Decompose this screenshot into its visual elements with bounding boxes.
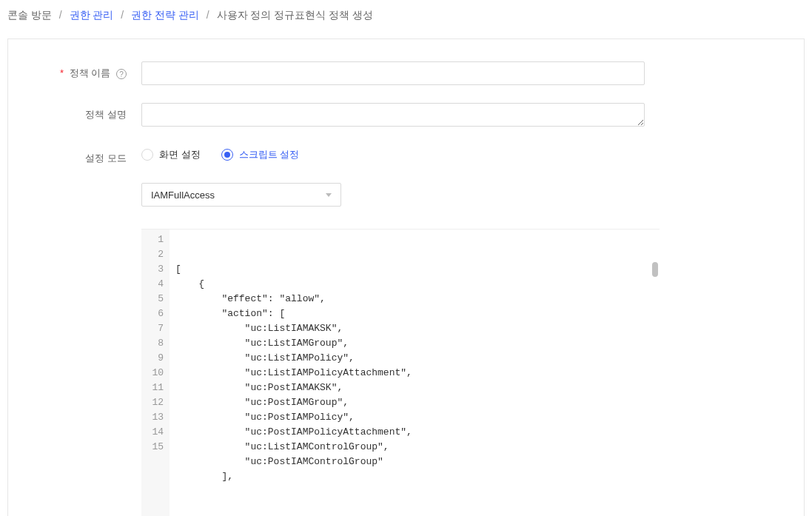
policy-desc-input[interactable] [141, 103, 645, 127]
code-line: "uc:PostIAMGroup", [175, 395, 654, 410]
mode-radio-group: 화면 설정 스크립트 설정 [141, 147, 645, 161]
code-line: "uc:ListIAMGroup", [175, 336, 654, 351]
code-line: "uc:ListIAMPolicyAttachment", [175, 366, 654, 381]
scrollbar[interactable] [652, 232, 658, 247]
code-line: [ [175, 262, 654, 277]
scrollbar-thumb[interactable] [652, 262, 658, 277]
line-number: 15 [150, 440, 164, 455]
required-indicator: * [60, 67, 64, 78]
line-number: 2 [150, 247, 164, 262]
mode-row: 설정 모드 화면 설정 스크립트 설정 [23, 147, 789, 165]
template-select[interactable]: IAMFullAccess [141, 183, 341, 207]
code-line: "uc:PostIAMPolicy", [175, 410, 654, 425]
breadcrumb-item-console: 콘솔 방문 [7, 9, 52, 21]
radio-visual-label: 화면 설정 [159, 148, 201, 161]
line-number: 7 [150, 321, 164, 336]
mode-label: 설정 모드 [23, 147, 141, 165]
breadcrumb-separator: / [207, 9, 209, 21]
code-line: "uc:PostIAMAKSK", [175, 381, 654, 395]
radio-circle-icon [141, 149, 153, 161]
line-number: 4 [150, 277, 164, 292]
policy-name-label: * 정책 이름 ? [23, 61, 141, 80]
code-line: ], [175, 469, 654, 484]
form-panel: * 정책 이름 ? 정책 설명 설정 모드 화면 설정 [7, 38, 805, 516]
line-number: 14 [150, 425, 164, 440]
policy-desc-label: 정책 설명 [23, 103, 141, 121]
code-line: "uc:ListIAMControlGroup", [175, 440, 654, 455]
line-number: 5 [150, 292, 164, 306]
radio-script-mode[interactable]: 스크립트 설정 [221, 148, 300, 161]
breadcrumb-separator: / [59, 9, 62, 21]
code-line: { [175, 277, 654, 292]
radio-visual-mode[interactable]: 화면 설정 [141, 148, 201, 161]
policy-name-row: * 정책 이름 ? [23, 61, 789, 85]
radio-circle-checked-icon [221, 149, 233, 161]
line-number: 8 [150, 336, 164, 351]
breadcrumb-link-permission[interactable]: 권한 관리 [70, 9, 114, 21]
code-line: "uc:PostIAMPolicyAttachment", [175, 425, 654, 440]
template-select-value: IAMFullAccess [151, 190, 215, 201]
code-content[interactable]: [ { "effect": "allow", "action": [ "uc:L… [170, 229, 660, 516]
code-gutter: 123456789101112131415 [141, 229, 170, 516]
code-line: "action": [ [175, 306, 654, 321]
line-number: 1 [150, 232, 164, 247]
line-number: 9 [150, 351, 164, 366]
code-editor[interactable]: 123456789101112131415 [ { "effect": "all… [141, 229, 660, 516]
line-number: 11 [150, 381, 164, 395]
policy-desc-row: 정책 설명 [23, 103, 789, 129]
code-line: "uc:ListIAMPolicy", [175, 351, 654, 366]
breadcrumb-separator: / [121, 9, 124, 21]
breadcrumb: 콘솔 방문 / 권한 관리 / 권한 전략 관리 / 사용자 정의 정규표현식 … [0, 0, 812, 31]
line-number: 10 [150, 366, 164, 381]
line-number: 13 [150, 410, 164, 425]
radio-script-label: 스크립트 설정 [239, 148, 300, 161]
policy-name-label-text: 정책 이름 [70, 67, 111, 78]
chevron-down-icon [326, 193, 332, 197]
mode-label-text: 설정 모드 [85, 153, 127, 164]
line-number: 3 [150, 262, 164, 277]
line-number: 12 [150, 395, 164, 410]
policy-name-input[interactable] [141, 61, 645, 85]
breadcrumb-current: 사용자 정의 정규표현식 정책 생성 [217, 9, 374, 21]
line-number: 6 [150, 306, 164, 321]
code-line: "uc:PostIAMControlGroup" [175, 455, 654, 469]
code-line: "uc:ListIAMAKSK", [175, 321, 654, 336]
breadcrumb-link-strategy[interactable]: 권한 전략 관리 [131, 9, 199, 21]
policy-desc-label-text: 정책 설명 [85, 109, 127, 120]
code-line: "effect": "allow", [175, 292, 654, 306]
help-icon[interactable]: ? [116, 69, 127, 79]
